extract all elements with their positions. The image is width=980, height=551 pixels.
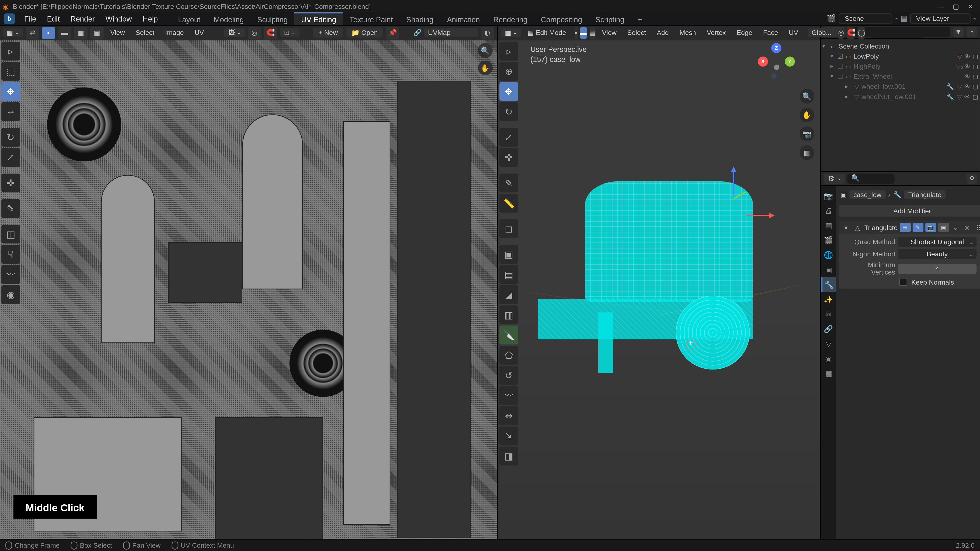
tool3d-scale[interactable]: ⤢: [500, 128, 518, 147]
tool3d-measure[interactable]: 📏: [500, 194, 518, 213]
tree-label[interactable]: wheel_low.001: [862, 83, 946, 90]
3d-menu-vertex[interactable]: Vertex: [703, 29, 730, 37]
3d-viewport[interactable]: ▹ ⊕ ✥ ↻ ⤢ ✜ ✎ 📏 ◻ ▣ ▤ ◢ ▥: [498, 40, 820, 539]
viewlayer-browse-icon[interactable]: ▫: [973, 14, 976, 22]
tab-uv-editing[interactable]: UV Editing: [294, 12, 343, 25]
tree-item-highpoly[interactable]: ▸ ☐ ▭ HighPoly ▽₃ 👁▢: [821, 61, 980, 71]
prop-tab-data[interactable]: ▽: [821, 337, 836, 351]
tab-layout[interactable]: Layout: [171, 12, 207, 25]
prop-tab-object[interactable]: ▣: [821, 262, 836, 277]
expand-toggle[interactable]: ▸: [845, 83, 852, 89]
tab-texture-paint[interactable]: Texture Paint: [343, 12, 399, 25]
tool3d-knife[interactable]: 🔪: [500, 326, 518, 345]
mod-cage-toggle[interactable]: ▣: [938, 223, 949, 232]
tab-add-workspace[interactable]: +: [631, 12, 649, 25]
3d-menu-edge[interactable]: Edge: [733, 29, 756, 37]
axis-y-icon[interactable]: Y: [785, 56, 795, 67]
pin-icon[interactable]: ⚲: [979, 191, 980, 198]
tool3d-rotate[interactable]: ↻: [500, 102, 518, 121]
disable-toggle[interactable]: ▢: [973, 93, 978, 100]
exclude-toggle[interactable]: ☐: [837, 73, 844, 80]
tree-item-lowpoly[interactable]: ▾ ☑ ▭ LowPoly ▽ 👁▢: [821, 51, 980, 61]
tree-label[interactable]: Scene Collection: [838, 42, 978, 50]
expand-toggle[interactable]: ▸: [830, 63, 837, 69]
mod-delete[interactable]: ✕: [962, 224, 972, 231]
outliner-new-collection[interactable]: ▫: [966, 27, 977, 37]
tool3d-edgeslide[interactable]: ⇔: [500, 407, 518, 425]
tab-animation[interactable]: Animation: [440, 12, 487, 25]
mode-selector[interactable]: ▦Edit Mode: [524, 28, 572, 37]
snap-toggle[interactable]: 🧲: [264, 27, 277, 39]
tool3d-select[interactable]: ▹: [500, 41, 518, 60]
modifier-header[interactable]: ▾ △ Triangulate ▤ ✎ 📷 ▣ ⌄ ✕ ⠿: [838, 221, 980, 234]
tree-item-extrawheel[interactable]: ▾ ☐ ▭ Extra_Wheel 👁▢: [821, 71, 980, 81]
3d-menu-uv[interactable]: UV: [785, 29, 802, 37]
tool3d-smooth[interactable]: 〰: [500, 386, 518, 405]
menu-render[interactable]: Render: [65, 12, 100, 25]
expand-toggle[interactable]: ▾: [830, 73, 837, 79]
prop-tab-physics[interactable]: ⚛: [821, 307, 836, 322]
breadcrumb-modifier[interactable]: Triangulate: [904, 191, 945, 199]
exclude-toggle[interactable]: ☐: [837, 63, 844, 70]
prop-tab-particles[interactable]: ✨: [821, 292, 836, 307]
tool3d-polybuild[interactable]: ⬠: [500, 346, 518, 365]
uv-pan-button[interactable]: ✋: [478, 60, 493, 75]
tree-label[interactable]: wheelNut_low.001: [862, 93, 946, 100]
tool-rotate[interactable]: ↻: [2, 128, 20, 147]
hide-toggle[interactable]: 👁: [964, 93, 970, 100]
navigation-gizmo[interactable]: Z X Y: [757, 43, 795, 82]
tool3d-loopcut[interactable]: ▥: [500, 305, 518, 324]
tool3d-bevel[interactable]: ◢: [500, 285, 518, 304]
3d-menu-add[interactable]: Add: [653, 29, 673, 37]
disable-toggle[interactable]: ▢: [973, 63, 978, 70]
tool3d-move[interactable]: ✥: [500, 82, 518, 101]
camera-button[interactable]: 📷: [800, 127, 815, 141]
tool3d-annotate[interactable]: ✎: [500, 174, 518, 192]
tree-item-wheelnut-low[interactable]: ▸ ▽ wheelNut_low.001 🔧 ▽ 👁▢: [821, 92, 980, 102]
disable-toggle[interactable]: ▢: [973, 73, 978, 79]
tool-grab[interactable]: ☟: [2, 245, 20, 264]
uv-menu-image[interactable]: Image: [161, 29, 188, 37]
tab-sculpting[interactable]: Sculpting: [250, 12, 294, 25]
mod-realtime-toggle[interactable]: ▤: [900, 223, 910, 232]
3d-menu-view[interactable]: View: [598, 29, 620, 37]
expand-toggle[interactable]: ▸: [845, 94, 852, 100]
properties-editor-type[interactable]: ⚙⌄: [824, 174, 845, 184]
uv-sync-toggle[interactable]: ⇄: [25, 27, 39, 39]
quad-method-selector[interactable]: Shortest Diagonal: [898, 237, 977, 247]
open-image-button[interactable]: 📁Open: [346, 27, 383, 38]
pivot-3d[interactable]: ◎: [838, 27, 844, 39]
modifier-name[interactable]: Triangulate: [864, 224, 898, 231]
scene-selector[interactable]: Scene: [839, 13, 892, 24]
tool3d-addcube[interactable]: ◻: [500, 219, 518, 238]
tool-cursor[interactable]: ✥: [2, 82, 20, 101]
prop-tab-texture[interactable]: ▦: [821, 366, 836, 381]
tool-rip[interactable]: ◫: [2, 225, 20, 244]
tool-relax[interactable]: 〰: [2, 265, 20, 284]
edge-mode-3d[interactable]: ▬: [580, 27, 587, 39]
gizmo-center[interactable]: [774, 65, 780, 70]
3d-menu-select[interactable]: Select: [623, 29, 650, 37]
new-image-button[interactable]: +New: [313, 27, 343, 38]
hide-toggle[interactable]: 👁: [964, 53, 970, 60]
add-modifier-button[interactable]: Add Modifier: [838, 205, 980, 217]
outliner-filter[interactable]: ▼: [953, 27, 964, 37]
prop-tab-render[interactable]: 📷: [821, 189, 836, 203]
disable-toggle[interactable]: ▢: [973, 83, 978, 90]
orientation-selector[interactable]: Glob...: [808, 28, 835, 37]
tool-transform[interactable]: ✜: [2, 174, 20, 192]
tool-annotate[interactable]: ✎: [2, 199, 20, 218]
menu-edit[interactable]: Edit: [41, 12, 65, 25]
tree-label[interactable]: LowPoly: [853, 52, 955, 60]
tool3d-extrude[interactable]: ▣: [500, 245, 518, 264]
tool-select-box[interactable]: ⬚: [2, 62, 20, 81]
tool3d-spin[interactable]: ↺: [500, 366, 518, 385]
proportional-edit[interactable]: ◯: [858, 27, 865, 39]
prop-tab-viewlayer[interactable]: ▤: [821, 218, 836, 233]
snap-3d[interactable]: 🧲: [847, 27, 855, 39]
uv-menu-view[interactable]: View: [106, 29, 129, 37]
close-button[interactable]: ✕: [964, 2, 977, 11]
uv-viewport[interactable]: ▹ ⬚ ✥ ↔ ↻ ⤢ ✜ ✎ ◫ ☟ 〰 ◉: [0, 40, 497, 539]
axis-neg-z[interactable]: [772, 73, 777, 79]
expand-icon[interactable]: ▾: [841, 224, 851, 231]
